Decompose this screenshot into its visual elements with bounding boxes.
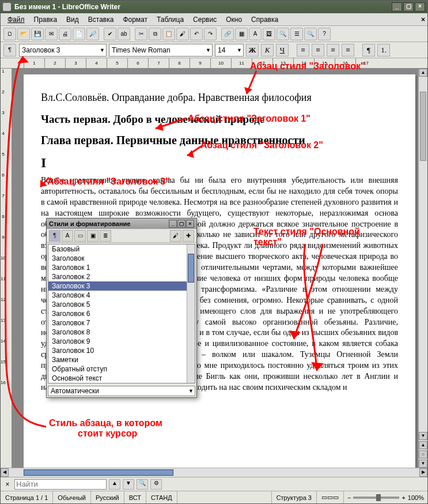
find-all-button[interactable]: 🔍 [137, 479, 148, 490]
horizontal-ruler[interactable]: 1234567891011121314151617 [1, 58, 427, 69]
menu-tools[interactable]: Сервис [188, 14, 221, 25]
doc-heading-2[interactable]: Глава первая. Первичные данные нравствен… [41, 134, 398, 147]
styles-list-thumb[interactable] [188, 254, 194, 283]
pdf-button[interactable]: 📄 [73, 28, 85, 40]
styles-and-formatting-panel[interactable]: Стили и форматирование _ ▢ × ¶ A ▭ ▣ ≣ 🖌… [46, 218, 197, 398]
scroll-down-arrow[interactable]: ▼ [419, 432, 427, 440]
style-item[interactable]: Заголовок 5 [48, 300, 195, 309]
find-input[interactable] [14, 479, 107, 490]
styles-filter-combo[interactable]: Автоматически ▼ [48, 386, 195, 396]
find-prev-button[interactable]: ▲ [109, 479, 120, 490]
italic-button[interactable]: К [261, 44, 274, 57]
font-size-combo[interactable]: 14 ▼ [215, 44, 244, 57]
style-item[interactable]: Заголовок 1 [48, 263, 195, 272]
zoom-button[interactable]: 🔍 [304, 28, 317, 40]
menu-format[interactable]: Формат [118, 14, 152, 25]
menu-insert[interactable]: Вставка [84, 14, 119, 25]
font-name-combo[interactable]: Times New Roman ▼ [109, 44, 213, 57]
status-outline[interactable]: Структура 3 [272, 491, 317, 503]
menu-help[interactable]: Справка [247, 14, 283, 25]
list-styles-icon[interactable]: ≣ [100, 230, 111, 242]
redo-button[interactable]: ↷ [204, 28, 217, 40]
horizontal-scroll-thumb[interactable] [24, 469, 173, 476]
link-button[interactable]: 🔗 [221, 28, 234, 40]
status-page[interactable]: Страница 1 / 1 [1, 491, 53, 503]
style-item[interactable]: Заголовок 6 [48, 309, 195, 318]
zoom-out-icon[interactable]: − [347, 494, 351, 501]
style-item[interactable]: Обратный отступ [48, 364, 195, 374]
doc-heading-0[interactable]: Вл.С.Соловьёв. Оправдание добра. Нравств… [41, 92, 398, 104]
menu-edit[interactable]: Правка [29, 14, 62, 25]
menu-view[interactable]: Вид [62, 14, 84, 25]
style-item[interactable]: Заголовок 4 [48, 291, 195, 300]
align-left-button[interactable]: ≡ [297, 44, 309, 57]
style-item[interactable]: Заголовок 7 [48, 318, 195, 328]
help-button[interactable]: ? [318, 28, 331, 40]
new-button[interactable]: 🗋 [3, 28, 16, 40]
horizontal-scrollbar[interactable]: ◀ ▶ [1, 468, 427, 477]
style-item[interactable]: Заголовок [48, 254, 195, 263]
mail-button[interactable]: ✉ [45, 28, 58, 40]
styles-list[interactable]: БазовыйЗаголовокЗаголовок 1Заголовок 2За… [48, 244, 195, 383]
zoom-value[interactable]: 100% [408, 494, 424, 501]
style-item[interactable]: Заголовок 9 [48, 337, 195, 346]
styles-list-scrollbar[interactable] [187, 245, 195, 383]
line-spacing-button[interactable]: ¶ [362, 44, 375, 57]
panel-maximize-button[interactable]: ▢ [177, 220, 185, 228]
find-button[interactable]: 🔍 [277, 28, 289, 40]
panel-close-button[interactable]: × [186, 220, 194, 228]
vertical-scroll-thumb[interactable] [420, 92, 426, 161]
table-button[interactable]: ▦ [235, 28, 248, 40]
nav-target-button[interactable]: ○ [419, 450, 427, 458]
status-insert-mode[interactable]: ВСТ [124, 491, 146, 503]
bold-button[interactable]: Ж [246, 44, 259, 57]
scroll-left-arrow[interactable]: ◀ [1, 468, 9, 477]
A-button[interactable]: A [249, 28, 262, 40]
preview-button[interactable]: 🔎 [86, 28, 99, 40]
zoom-slider[interactable] [353, 497, 399, 499]
menu-file[interactable]: Файл [3, 14, 29, 25]
align-center-button[interactable]: ≡ [312, 44, 324, 57]
page-styles-icon[interactable]: ▣ [87, 230, 99, 242]
copy-button[interactable]: ⧉ [149, 28, 161, 40]
gallery-button[interactable]: 🖼 [263, 28, 275, 40]
undo-button[interactable]: ↶ [190, 28, 203, 40]
style-item[interactable]: Заголовок 2 [48, 272, 195, 281]
status-view-layout[interactable]: ▭▭▭ [317, 491, 344, 503]
vertical-scrollbar[interactable]: ▲ ▼ ▲ ○ ▼ [418, 69, 427, 468]
brush-button[interactable]: 🖌 [176, 28, 189, 40]
align-justify-button[interactable]: ≡ [342, 44, 354, 57]
fill-format-icon[interactable]: 🖌 [170, 230, 181, 242]
style-item[interactable]: Основной текст [48, 374, 195, 383]
cut-button[interactable]: ✂ [135, 28, 147, 40]
vertical-ruler[interactable]: 12345678910111213141516 [1, 69, 12, 468]
style-item[interactable]: Базовый [48, 245, 195, 254]
style-item[interactable]: Заголовок 10 [48, 346, 195, 355]
frame-styles-icon[interactable]: ▭ [74, 230, 86, 242]
page-down-button[interactable]: ▼ [419, 460, 427, 468]
find-options-button[interactable]: ⚙ [150, 479, 162, 490]
panel-titlebar[interactable]: Стили и форматирование _ ▢ × [47, 219, 196, 229]
minimize-button[interactable]: _ [392, 2, 402, 12]
print-button[interactable]: 🖨 [59, 28, 71, 40]
find-next-button[interactable]: ▼ [123, 479, 134, 490]
paragraph-styles-icon[interactable]: ¶ [49, 230, 60, 242]
menu-table[interactable]: Таблица [152, 14, 188, 25]
panel-minimize-button[interactable]: _ [169, 220, 177, 228]
zoom-in-icon[interactable]: + [402, 494, 405, 501]
scroll-right-arrow[interactable]: ▶ [419, 468, 427, 477]
status-language[interactable]: Русский [91, 491, 124, 503]
status-selection-mode[interactable]: СТАНД [146, 491, 177, 503]
autospell-button[interactable]: ab [118, 28, 130, 40]
paragraph-style-combo[interactable]: Заголовок 3 ▼ [19, 44, 107, 57]
titlebar[interactable]: Без имени 1 - LibreOffice Writer _ ▢ × [1, 1, 427, 13]
character-styles-icon[interactable]: A [62, 230, 73, 242]
find-close-icon[interactable]: × [3, 480, 12, 488]
doc-heading-3[interactable]: I [41, 155, 398, 171]
paste-button[interactable]: 📋 [162, 28, 175, 40]
new-style-icon[interactable]: ✚ [183, 230, 194, 242]
zoom-control[interactable]: − + 100% [344, 494, 427, 501]
spell-button[interactable]: ✔ [104, 28, 116, 40]
save-button[interactable]: 💾 [31, 28, 44, 40]
underline-button[interactable]: Ч [276, 44, 289, 57]
